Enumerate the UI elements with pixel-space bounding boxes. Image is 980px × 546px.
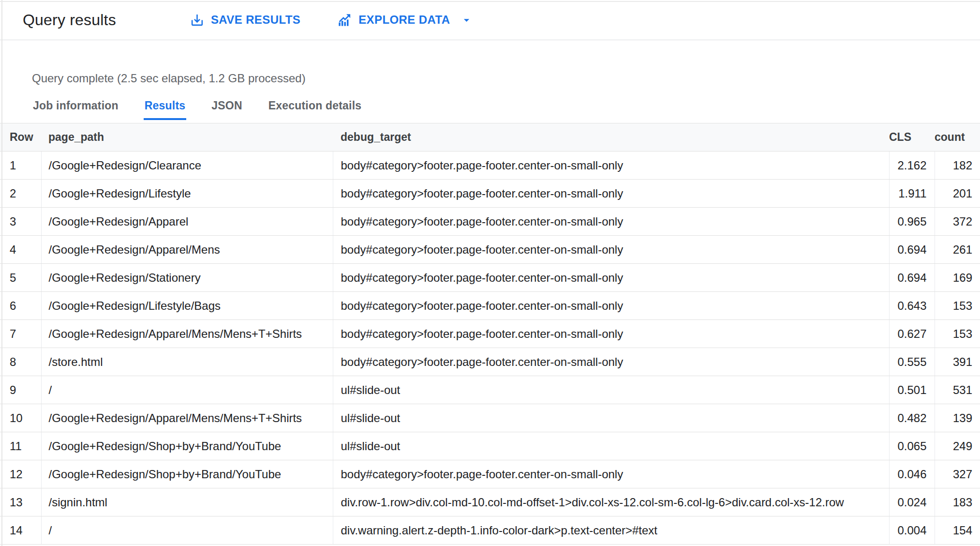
- cell-debug-target: body#category>footer.page-footer.center-…: [333, 180, 889, 208]
- cell-debug-target: body#category>footer.page-footer.center-…: [333, 460, 889, 488]
- bar-chart-icon: [337, 13, 352, 28]
- cell-count: 372: [935, 208, 980, 236]
- cell-count: 201: [935, 180, 980, 208]
- download-icon: [190, 13, 205, 28]
- cell-page-path: /Google+Redesign/Shop+by+Brand/YouTube: [41, 432, 333, 460]
- page-title: Query results: [23, 11, 116, 29]
- panel-top-border: [0, 1, 980, 2]
- explore-data-label: EXPLORE DATA: [358, 13, 450, 27]
- panel-left-border: [1, 0, 2, 546]
- cell-debug-target: body#category>footer.page-footer.center-…: [333, 208, 889, 236]
- cell-row-number: 2: [0, 180, 41, 208]
- table-row: 12 /Google+Redesign/Shop+by+Brand/YouTub…: [0, 460, 980, 488]
- results-table: Row page_path debug_target CLS count 1 /…: [0, 123, 980, 545]
- query-results-panel: Query results SAVE RESULTS EXPLORE DATA: [0, 0, 980, 546]
- cell-cls: 0.004: [889, 516, 935, 545]
- tab-execution-details[interactable]: Execution details: [267, 99, 363, 120]
- column-header-row: Row: [0, 123, 41, 152]
- cell-debug-target: div.warning.alert.z-depth-1.info-color-d…: [333, 516, 889, 545]
- cell-count: 153: [935, 292, 980, 320]
- cell-debug-target: body#category>footer.page-footer.center-…: [333, 236, 889, 264]
- cell-row-number: 11: [0, 432, 41, 460]
- cell-cls: 0.065: [889, 432, 935, 460]
- cell-page-path: /Google+Redesign/Stationery: [41, 264, 333, 292]
- save-results-button[interactable]: SAVE RESULTS: [190, 13, 300, 28]
- cell-cls: 0.694: [889, 236, 935, 264]
- cell-cls: 0.046: [889, 460, 935, 488]
- cell-cls: 0.024: [889, 488, 935, 516]
- cell-cls: 2.162: [889, 152, 935, 180]
- cell-page-path: /Google+Redesign/Apparel/Mens/Mens+T+Shi…: [41, 404, 333, 432]
- cell-count: 182: [935, 152, 980, 180]
- cell-row-number: 7: [0, 320, 41, 348]
- cell-row-number: 6: [0, 292, 41, 320]
- explore-data-button[interactable]: EXPLORE DATA: [337, 13, 473, 28]
- cell-cls: 0.643: [889, 292, 935, 320]
- cell-row-number: 12: [0, 460, 41, 488]
- table-row: 4 /Google+Redesign/Apparel/Mens body#cat…: [0, 236, 980, 264]
- cell-count: 183: [935, 488, 980, 516]
- table-row: 11 /Google+Redesign/Shop+by+Brand/YouTub…: [0, 432, 980, 460]
- cell-count: 261: [935, 236, 980, 264]
- cell-debug-target: body#category>footer.page-footer.center-…: [333, 292, 889, 320]
- results-header: Query results SAVE RESULTS EXPLORE DATA: [0, 0, 980, 40]
- results-table-header: Row page_path debug_target CLS count: [0, 123, 980, 152]
- cell-row-number: 3: [0, 208, 41, 236]
- cell-row-number: 14: [0, 516, 41, 545]
- cell-page-path: /Google+Redesign/Apparel/Mens: [41, 236, 333, 264]
- cell-page-path: /Google+Redesign/Apparel/Mens/Mens+T+Shi…: [41, 320, 333, 348]
- cell-cls: 0.555: [889, 348, 935, 376]
- cell-count: 531: [935, 376, 980, 404]
- cell-cls: 0.501: [889, 376, 935, 404]
- cell-page-path: /Google+Redesign/Lifestyle/Bags: [41, 292, 333, 320]
- table-row: 6 /Google+Redesign/Lifestyle/Bags body#c…: [0, 292, 980, 320]
- cell-count: 391: [935, 348, 980, 376]
- column-header-debug-target: debug_target: [333, 123, 889, 152]
- cell-count: 327: [935, 460, 980, 488]
- tab-results[interactable]: Results: [144, 99, 186, 120]
- results-body: Query complete (2.5 sec elapsed, 1.2 GB …: [0, 40, 980, 120]
- cell-page-path: /Google+Redesign/Clearance: [41, 152, 333, 180]
- cell-debug-target: body#category>footer.page-footer.center-…: [333, 264, 889, 292]
- cell-row-number: 10: [0, 404, 41, 432]
- results-tabs: Job informationResultsJSONExecution deta…: [32, 99, 980, 120]
- query-status: Query complete (2.5 sec elapsed, 1.2 GB …: [32, 71, 980, 86]
- chevron-down-icon: [456, 14, 473, 27]
- results-table-body: 1 /Google+Redesign/Clearance body#catego…: [0, 152, 980, 545]
- cell-row-number: 4: [0, 236, 41, 264]
- table-row: 3 /Google+Redesign/Apparel body#category…: [0, 208, 980, 236]
- cell-cls: 0.482: [889, 404, 935, 432]
- cell-page-path: /: [41, 516, 333, 545]
- cell-page-path: /signin.html: [41, 488, 333, 516]
- cell-cls: 0.965: [889, 208, 935, 236]
- cell-debug-target: ul#slide-out: [333, 376, 889, 404]
- cell-debug-target: ul#slide-out: [333, 404, 889, 432]
- tab-job-information[interactable]: Job information: [32, 99, 119, 120]
- cell-cls: 0.694: [889, 264, 935, 292]
- tab-json[interactable]: JSON: [210, 99, 243, 120]
- table-row: 1 /Google+Redesign/Clearance body#catego…: [0, 152, 980, 180]
- cell-debug-target: ul#slide-out: [333, 432, 889, 460]
- cell-page-path: /: [41, 376, 333, 404]
- column-header-count: count: [935, 123, 980, 152]
- save-results-label: SAVE RESULTS: [211, 13, 300, 27]
- table-row: 8 /store.html body#category>footer.page-…: [0, 348, 980, 376]
- cell-page-path: /Google+Redesign/Shop+by+Brand/YouTube: [41, 460, 333, 488]
- table-row: 5 /Google+Redesign/Stationery body#categ…: [0, 264, 980, 292]
- table-row: 13 /signin.html div.row-1.row>div.col-md…: [0, 488, 980, 516]
- cell-count: 169: [935, 264, 980, 292]
- cell-row-number: 5: [0, 264, 41, 292]
- table-row: 9 / ul#slide-out 0.501 531: [0, 376, 980, 404]
- cell-row-number: 9: [0, 376, 41, 404]
- column-header-page-path: page_path: [41, 123, 333, 152]
- cell-count: 139: [935, 404, 980, 432]
- cell-count: 154: [935, 516, 980, 545]
- cell-row-number: 1: [0, 152, 41, 180]
- cell-page-path: /Google+Redesign/Lifestyle: [41, 180, 333, 208]
- cell-page-path: /Google+Redesign/Apparel: [41, 208, 333, 236]
- cell-row-number: 13: [0, 488, 41, 516]
- cell-count: 153: [935, 320, 980, 348]
- cell-debug-target: body#category>footer.page-footer.center-…: [333, 348, 889, 376]
- table-row: 2 /Google+Redesign/Lifestyle body#catego…: [0, 180, 980, 208]
- table-row: 10 /Google+Redesign/Apparel/Mens/Mens+T+…: [0, 404, 980, 432]
